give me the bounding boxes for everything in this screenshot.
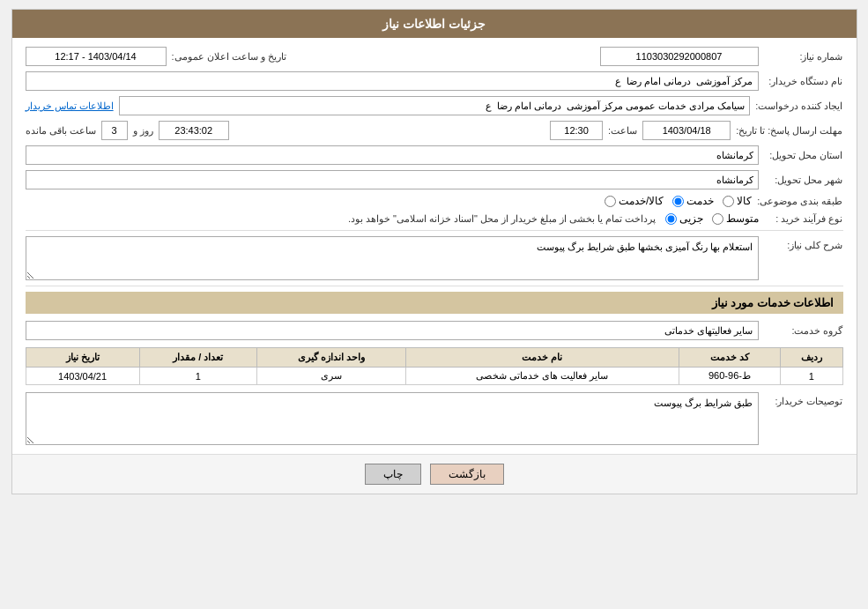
service-group-input[interactable] [26,321,759,340]
service-group-label: گروه خدمت: [764,325,843,337]
deadline-remaining-label: ساعت باقی مانده [26,125,96,137]
deadline-days-label: روز و [133,125,153,137]
deadline-date-input[interactable] [642,121,731,140]
row-city: شهر محل تحویل: [26,170,843,189]
buyer-notes-label: توصیحات خریدار: [764,392,843,407]
process-label: نوع فرآیند خرید : [764,213,843,225]
row-description: شرح کلی نیاز: [26,236,843,280]
province-input[interactable] [26,145,759,165]
description-label: شرح کلی نیاز: [764,236,843,251]
buyer-notes-row: توصیحات خریدار: [26,392,843,445]
process-jozii-label: جزیی [679,212,703,225]
main-container: جزئیات اطلاعات نیاز شماره نیاز: تاریخ و … [11,9,857,494]
col-date: تاریخ نیاز [26,348,139,368]
print-button[interactable]: چاپ [365,464,421,485]
cell-date: 1403/04/21 [26,368,139,385]
back-button[interactable]: بازگشت [430,464,504,485]
process-radio-jozii[interactable] [665,213,677,225]
table-row: 1ط-96-960سایر فعالیت های خدماتی شخصیسری1… [26,368,842,385]
contact-link[interactable]: اطلاعات تماس خریدار [26,100,114,112]
category-radio-group: کالا/خدمت خدمت کالا [605,195,752,207]
page-title: جزئیات اطلاعات نیاز [382,17,486,31]
creator-input[interactable] [119,96,751,115]
services-table: ردیف کد خدمت نام خدمت واحد اندازه گیری ت… [26,347,843,385]
category-label: طبقه بندی موضوعی: [757,196,842,207]
category-radio-khedmat[interactable] [672,196,684,207]
description-textarea[interactable] [26,236,759,280]
cell-name: سایر فعالیت های خدماتی شخصی [405,368,679,385]
process-radio-motavaset[interactable] [712,213,723,225]
deadline-time-input[interactable] [550,121,603,140]
category-kala-khedmat-label: کالا/خدمت [619,195,664,207]
row-buyer-org: نام دستگاه خریدار: [26,71,843,91]
col-code: کد خدمت [679,348,781,368]
row-province: استان محل تحویل: [26,145,843,165]
cell-unit: سری [256,368,405,385]
announce-datetime-label: تاریخ و ساعت اعلان عمومی: [172,51,286,63]
content-area: شماره نیاز: تاریخ و ساعت اعلان عمومی: نا… [12,38,857,454]
col-name: نام خدمت [405,348,679,368]
service-group-row: گروه خدمت: [26,321,843,340]
category-khedmat-label: خدمت [686,195,714,207]
cell-quantity: 1 [139,368,256,385]
category-radio-kala-khedmat[interactable] [605,196,616,207]
row-deadline: مهلت ارسال پاسخ: تا تاریخ: ساعت: روز و س… [26,121,843,140]
buyer-notes-textarea[interactable] [26,392,759,445]
category-option-kala: کالا [723,195,752,207]
process-motavaset-label: متوسط [726,212,759,225]
col-unit: واحد اندازه گیری [256,348,405,368]
row-need-number: شماره نیاز: تاریخ و ساعت اعلان عمومی: [26,47,843,66]
table-header-row: ردیف کد خدمت نام خدمت واحد اندازه گیری ت… [26,348,842,368]
category-kala-label: کالا [737,195,752,207]
bottom-buttons-bar: بازگشت چاپ [12,454,857,494]
deadline-remaining-input[interactable] [159,121,229,140]
category-option-kala-khedmat: کالا/خدمت [605,195,664,207]
service-section-title: اطلاعات خدمات مورد نیاز [26,292,843,314]
city-label: شهر محل تحویل: [764,175,843,186]
process-option-motavaset: متوسط [712,212,759,225]
province-label: استان محل تحویل: [764,150,843,161]
category-radio-kala[interactable] [723,196,734,207]
buyer-org-input[interactable] [26,71,759,91]
row-category: طبقه بندی موضوعی: کالا/خدمت خدمت کالا [26,195,843,207]
process-description: پرداخت تمام یا بخشی از مبلغ خریدار از مح… [348,213,657,225]
need-number-label: شماره نیاز: [764,51,843,63]
deadline-days-input[interactable] [101,121,128,140]
row-creator: ایجاد کننده درخواست: اطلاعات تماس خریدار [26,96,843,115]
deadline-time-label: ساعت: [608,125,637,137]
process-radio-group: متوسط جزیی پرداخت تمام یا بخشی از مبلغ خ… [348,212,759,225]
buyer-org-label: نام دستگاه خریدار: [764,76,843,87]
col-quantity: تعداد / مقدار [139,348,256,368]
city-input[interactable] [26,170,759,189]
creator-label: ایجاد کننده درخواست: [755,100,842,112]
cell-code: ط-96-960 [679,368,781,385]
page-header: جزئیات اطلاعات نیاز [12,10,857,38]
need-number-input[interactable] [600,47,759,66]
col-row: ردیف [781,348,842,368]
deadline-label: مهلت ارسال پاسخ: تا تاریخ: [736,125,842,137]
announce-datetime-input[interactable] [26,47,167,66]
category-option-khedmat: خدمت [672,195,714,207]
cell-row: 1 [781,368,842,385]
process-option-jozii: جزیی [665,212,703,225]
row-process: نوع فرآیند خرید : متوسط جزیی پرداخت تمام… [26,212,843,225]
